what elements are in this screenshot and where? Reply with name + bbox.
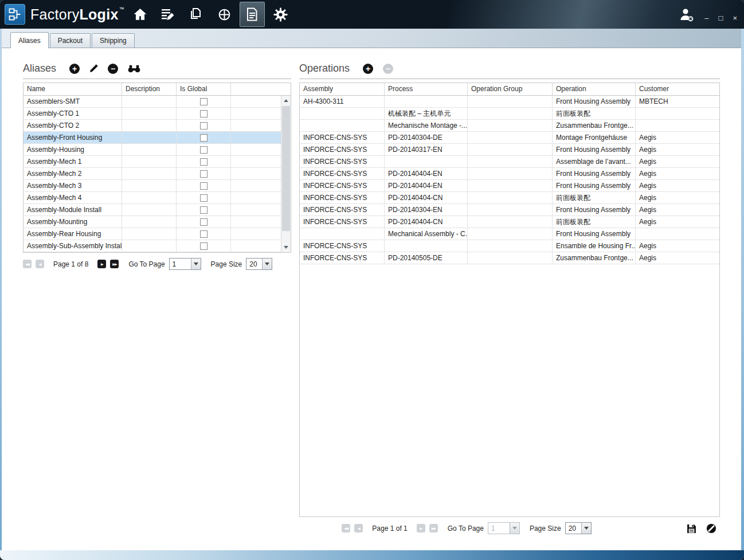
operation-row[interactable]: INFORCE-CNS-SYSPD-20140404-ENFront Housi… [300,168,719,180]
is-global-checkbox[interactable] [200,194,207,202]
operation-row[interactable]: INFORCE-CNS-SYSPD-20140404-CN前面板装配Aegis [300,216,719,228]
alias-row[interactable]: Assembly-Mech 3 [24,180,281,192]
page-indicator: Page 1 of 1 [372,524,407,532]
customer-cell: Aegis [636,180,719,191]
is-global-checkbox[interactable] [200,242,207,250]
aliases-pager: ◀◀ ◀ Page 1 of 8 ▶ ▶▶ Go To Page 1 Page … [23,258,291,270]
alias-row[interactable]: Assembly-Sub-Assembly Install [24,240,281,252]
tracking-icon[interactable] [212,2,237,27]
is-global-checkbox[interactable] [200,182,207,190]
scrollbar-thumb[interactable] [282,106,290,231]
minimize-button[interactable]: – [704,14,708,22]
scroll-up-icon[interactable] [281,96,291,105]
operation-row[interactable]: INFORCE-CNS-SYSPD-20140505-DEZusammenbau… [300,252,719,264]
tab-packout[interactable]: Packout [50,33,91,48]
go-to-page-select[interactable]: 1 [488,522,520,534]
alias-is-global-cell [177,132,231,143]
first-page-button[interactable]: ◀◀ [342,524,350,532]
remove-operation-button[interactable]: − [383,64,393,74]
last-page-button[interactable]: ▶▶ [110,260,119,268]
is-global-checkbox[interactable] [200,158,207,166]
next-page-button[interactable]: ▶ [417,524,425,532]
is-global-checkbox[interactable] [200,110,207,118]
aliases-scrollbar[interactable] [281,96,291,252]
assembly-cell: INFORCE-CNS-SYS [300,156,385,167]
column-header-assembly[interactable]: Assembly [300,83,385,95]
close-button[interactable]: × [733,14,737,22]
alias-row[interactable]: Assembly-Mounting [24,216,281,228]
operation-row[interactable]: INFORCE-CNS-SYSAssemblage de l’avant...A… [300,156,719,168]
edit-alias-pencil-icon[interactable] [89,64,98,73]
page-size-select[interactable]: 20 [565,522,592,534]
alias-row[interactable]: Assembly-Housing [24,144,281,156]
is-global-checkbox[interactable] [200,170,207,178]
assembly-cell [300,108,385,119]
logistics-icon[interactable] [240,2,265,27]
alias-row[interactable]: Assembly-Module Install [24,204,281,216]
alias-row[interactable]: Assembly-Front Housing [24,132,281,144]
remove-alias-button[interactable]: − [108,64,118,74]
go-to-page-select[interactable]: 1 [169,258,201,270]
column-header-operation-group[interactable]: Operation Group [468,83,553,95]
alias-row[interactable]: Assemblers-SMT [24,96,281,108]
prev-page-button[interactable]: ◀ [354,524,363,532]
is-global-checkbox[interactable] [200,218,207,226]
combo-dropdown-icon[interactable] [191,259,201,269]
is-global-checkbox[interactable] [200,134,207,142]
alias-row[interactable]: Assembly-Mech 2 [24,168,281,180]
alias-description-cell [122,168,177,179]
customer-cell: Aegis [636,216,719,228]
alias-extra-cell [231,192,281,203]
prev-page-button[interactable]: ◀ [36,260,44,268]
is-global-checkbox[interactable] [200,230,207,238]
alias-row[interactable]: Assembly-CTO 2 [24,120,281,132]
column-header-is-global[interactable]: Is Global [177,83,231,95]
next-page-button[interactable]: ▶ [97,260,106,268]
operation-row[interactable]: INFORCE-CNS-SYSEnsamble de Housing Fr...… [300,240,719,252]
operation-row[interactable]: Mechanische Montage -...Zusammenbau Fron… [300,120,719,132]
alias-row[interactable]: Assembly-Mech 1 [24,156,281,168]
add-operation-button[interactable]: + [363,64,373,74]
find-alias-binoculars-icon[interactable] [128,65,140,73]
is-global-checkbox[interactable] [200,122,207,130]
is-global-checkbox[interactable] [200,146,207,154]
is-global-checkbox[interactable] [200,98,207,105]
engineering-worksheet-icon[interactable] [155,2,181,27]
operation-row[interactable]: INFORCE-CNS-SYSPD-20140404-ENFront Housi… [300,180,719,192]
maximize-button[interactable]: □ [719,14,723,22]
column-header-description[interactable]: Description [122,83,177,95]
add-alias-button[interactable]: + [69,64,80,74]
combo-dropdown-icon[interactable] [510,523,519,534]
operation-row[interactable]: 机械装配 – 主机单元前面板装配 [300,108,719,120]
operation-row[interactable]: Mechanical Assembly - C...Front Housing … [300,228,719,240]
page-size-select[interactable]: 20 [246,258,272,270]
tab-shipping[interactable]: Shipping [92,33,135,48]
operation-row[interactable]: INFORCE-CNS-SYSPD-20140304-ENFront Housi… [300,204,719,216]
user-logoff-icon[interactable] [679,7,694,22]
column-header-name[interactable]: Name [24,83,122,95]
is-global-checkbox[interactable] [200,206,207,214]
operation-row[interactable]: INFORCE-CNS-SYSPD-20140404-CN前面板装配Aegis [300,192,719,204]
alias-name-cell: Assembly-CTO 1 [24,108,122,119]
save-icon[interactable] [687,524,696,534]
alias-row[interactable]: Assembly-Mech 4 [24,192,281,204]
home-icon[interactable] [127,2,152,27]
combo-dropdown-icon[interactable] [262,259,272,269]
settings-gear-icon[interactable] [268,2,293,27]
scroll-down-icon[interactable] [281,242,291,252]
last-page-button[interactable]: ▶▶ [429,524,438,532]
operation-row[interactable]: INFORCE-CNS-SYSPD-20140304-DEMontage Fro… [300,132,719,144]
column-header-process[interactable]: Process [385,83,468,95]
operation-row[interactable]: INFORCE-CNS-SYSPD-20140317-ENFront Housi… [300,144,719,156]
process-cell: PD-20140404-CN [385,192,468,203]
documents-stack-icon[interactable] [183,2,209,27]
alias-row[interactable]: Assembly-CTO 1 [24,108,281,120]
column-header-operation[interactable]: Operation [553,83,636,95]
combo-dropdown-icon[interactable] [581,523,591,534]
cancel-icon[interactable] [706,523,716,534]
column-header-customer[interactable]: Customer [636,83,719,95]
alias-row[interactable]: Assembly-Rear Housing [24,228,281,240]
operation-row[interactable]: AH-4300-311Front Housing AssemblyMBTECH [300,96,719,108]
first-page-button[interactable]: ◀◀ [23,260,32,268]
tab-aliases[interactable]: Aliases [10,32,49,48]
